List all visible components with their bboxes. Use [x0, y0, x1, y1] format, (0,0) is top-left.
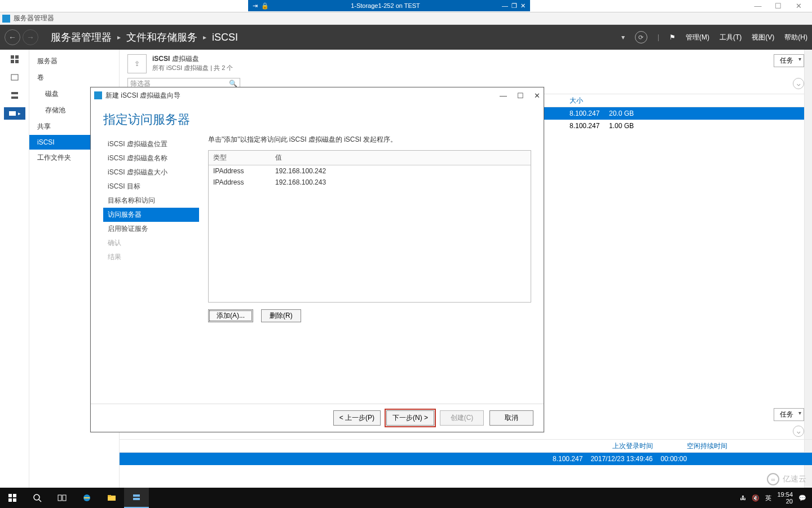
panel-title-bold: iSCSI [152, 55, 170, 63]
menu-view[interactable]: 视图(V) [752, 33, 774, 42]
tray-notification-icon[interactable]: 💬 [798, 494, 806, 502]
rail-file-storage-icon[interactable]: ▸ [4, 107, 25, 120]
svg-rect-7 [9, 111, 16, 116]
breadcrumb-l1[interactable]: 文件和存储服务 [126, 30, 197, 44]
nav-back-button[interactable]: ← [5, 29, 20, 45]
col-size[interactable]: 大小 [570, 96, 637, 106]
th-value[interactable]: 值 [271, 151, 531, 165]
wizard-titlebar[interactable]: 新建 iSCSI 虚拟磁盘向导 — ☐ ✕ [91, 87, 544, 103]
wizard-max-button[interactable]: ☐ [517, 91, 524, 100]
nav-forward-button[interactable]: → [23, 29, 38, 45]
wizard-step[interactable]: 访问服务器 [103, 208, 199, 222]
server-manager-titlebar: 服务器管理器 [0, 12, 812, 25]
taskbar: 🖧 🔇 英 19:54 20 💬 [0, 488, 812, 508]
svg-rect-2 [11, 60, 14, 63]
session-row[interactable]: 8.100.247 2017/12/23 13:49:46 00:00:00 [120, 453, 812, 465]
menu-manage[interactable]: 管理(M) [686, 33, 709, 42]
next-button[interactable]: 下一步(N) > [386, 410, 434, 426]
prev-button[interactable]: < 上一步(P) [333, 410, 381, 426]
taskbar-server-manager-icon[interactable] [124, 488, 149, 508]
vm-max-button[interactable]: ❐ [511, 2, 517, 10]
rail-all-servers-icon[interactable] [4, 89, 25, 102]
host-close-button[interactable]: ✕ [788, 2, 809, 10]
svg-rect-5 [11, 92, 18, 94]
vm-min-button[interactable]: — [502, 2, 508, 9]
tray-ime[interactable]: 英 [765, 494, 771, 502]
svg-rect-9 [13, 494, 16, 497]
svg-rect-4 [11, 75, 18, 80]
wizard-instruction: 单击"添加"以指定将访问此 iSCSI 虚拟磁盘的 iSCSI 发起程序。 [208, 135, 531, 144]
initiator-row[interactable]: IPAddress192.168.100.243 [209, 177, 531, 188]
expand-toggle[interactable]: ⌵ [793, 78, 804, 89]
wizard-step[interactable]: iSCSI 虚拟磁盘名称 [103, 151, 199, 165]
rail-local-server-icon[interactable] [4, 71, 25, 84]
panel-icon: ⇪ [127, 54, 147, 73]
svg-rect-10 [8, 498, 12, 502]
sidebar-item[interactable]: 卷 [29, 69, 119, 86]
wizard-step[interactable]: iSCSI 目标 [103, 179, 199, 194]
menu-tools[interactable]: 工具(T) [720, 33, 742, 42]
tray-network-icon[interactable]: 🖧 [740, 494, 746, 501]
breadcrumb-l2[interactable]: iSCSI [212, 32, 238, 43]
wizard-heading: 指定访问服务器 [91, 103, 544, 132]
wizard-footer: < 上一步(P) 下一步(N) > 创建(C) 取消 [91, 404, 544, 432]
rail-dashboard-icon[interactable] [4, 53, 25, 65]
svg-line-13 [39, 500, 41, 502]
start-button[interactable] [0, 488, 25, 508]
lock-icon: 🔒 [261, 2, 269, 10]
taskbar-ie-icon[interactable] [74, 488, 99, 508]
tray-date: 20 [786, 498, 793, 505]
wizard-min-button[interactable]: — [500, 91, 507, 100]
col-idle-duration[interactable]: 空闲持续时间 [687, 441, 727, 451]
wizard-step[interactable]: iSCSI 虚拟磁盘大小 [103, 165, 199, 179]
lower-expand-toggle[interactable]: ⌵ [793, 426, 804, 437]
svg-rect-6 [11, 97, 18, 99]
cancel-button[interactable]: 取消 [489, 410, 533, 426]
refresh-button[interactable]: ⟳ [635, 31, 647, 43]
add-button[interactable]: 添加(A)... [208, 309, 253, 322]
svg-rect-14 [58, 495, 61, 501]
breadcrumb-root[interactable]: 服务器管理器 [51, 30, 112, 44]
create-button: 创建(C) [440, 410, 484, 426]
tasks-dropdown[interactable]: 任务 [774, 54, 804, 67]
wizard-step: 确认 [103, 236, 199, 250]
remove-button[interactable]: 删除(R) [261, 309, 301, 322]
taskbar-explorer-icon[interactable] [99, 488, 124, 508]
svg-rect-18 [108, 495, 111, 497]
search-button[interactable] [25, 488, 50, 508]
new-iscsi-wizard: 新建 iSCSI 虚拟磁盘向导 — ☐ ✕ 指定访问服务器 iSCSI 虚拟磁盘… [90, 87, 544, 432]
svg-rect-3 [15, 60, 19, 63]
chevron-right-icon: ▸ [203, 33, 206, 41]
tray-time[interactable]: 19:54 [777, 491, 793, 498]
watermark-text: 亿速云 [783, 474, 806, 484]
wizard-step[interactable]: iSCSI 虚拟磁盘位置 [103, 137, 199, 151]
sidebar-item[interactable]: 服务器 [29, 53, 119, 69]
task-view-button[interactable] [50, 488, 74, 508]
svg-rect-11 [13, 498, 16, 502]
tray-volume-icon[interactable]: 🔇 [752, 494, 760, 502]
wizard-step: 结果 [103, 250, 199, 264]
wizard-step[interactable]: 目标名称和访问 [103, 194, 199, 208]
svg-rect-19 [133, 494, 140, 497]
wizard-title: 新建 iSCSI 虚拟磁盘向导 [105, 91, 180, 100]
menu-help[interactable]: 帮助(H) [784, 33, 807, 42]
svg-rect-0 [11, 55, 14, 59]
session-idle: 00:00:00 [661, 455, 687, 463]
watermark: ∞ 亿速云 [767, 473, 806, 485]
pin-icon[interactable]: ⇥ [253, 2, 258, 10]
wizard-close-button[interactable]: ✕ [534, 91, 540, 100]
col-last-login[interactable]: 上次登录时间 [612, 441, 653, 451]
host-max-button[interactable]: ☐ [768, 2, 788, 10]
flag-icon[interactable]: ⚑ [669, 33, 676, 41]
svg-point-12 [34, 494, 39, 500]
vm-close-button[interactable]: ✕ [520, 2, 526, 10]
wizard-icon [94, 91, 102, 99]
host-min-button[interactable]: — [748, 2, 768, 10]
lower-tasks-dropdown[interactable]: 任务 [774, 408, 804, 421]
session-ip: 8.100.247 [553, 455, 582, 463]
initiator-row[interactable]: IPAddress192.168.100.242 [209, 165, 531, 177]
wizard-step[interactable]: 启用验证服务 [103, 222, 199, 236]
nav-rail: ▸ [0, 50, 29, 488]
chevron-right-icon: ▸ [117, 33, 121, 41]
th-type[interactable]: 类型 [209, 151, 271, 165]
